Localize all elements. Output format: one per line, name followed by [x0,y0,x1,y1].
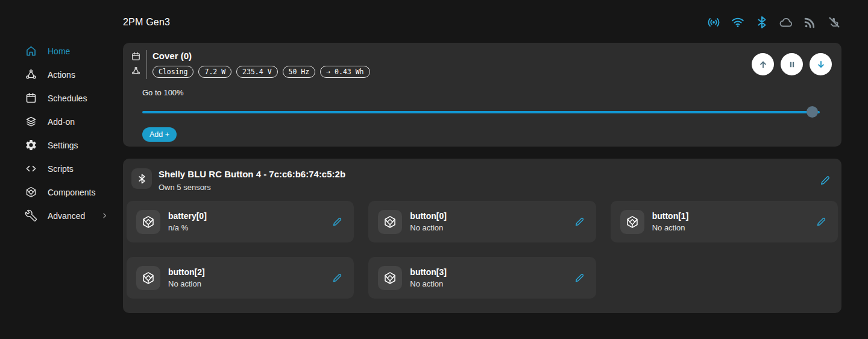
cover-title: Cover (0) [153,51,370,61]
chevron-right-icon [100,211,109,220]
position-slider[interactable] [142,106,820,118]
sensor-grid: battery[0] n/a % button[0] No action [127,201,838,299]
sidebar-item-schedules[interactable]: Schedules [24,86,123,110]
component-cube-icon [378,210,402,234]
divider [146,50,147,79]
cover-status-badges: Closing 7.2 W 235.4 V 50 Hz → 0.43 Wh [153,66,370,78]
component-cube-icon [136,210,160,234]
add-button[interactable]: Add + [142,127,177,142]
bluetooth-device-icon [131,168,152,189]
edit-sensor-pencil-icon[interactable] [331,215,344,229]
sensor-tile-button-1: button[1] No action [611,201,838,242]
stop-button[interactable] [781,53,803,75]
sensor-name: button[3] [410,267,447,277]
sensor-status: No action [168,279,205,288]
sidebar-item-label: Components [48,188,95,197]
goto-position-label: Go to 100% [142,88,832,97]
arrow-down-icon [815,59,827,71]
ble-device-card: Shelly BLU RC Button 4 - 7c:c6:b6:74:c5:… [123,159,841,313]
component-cube-icon [378,266,402,290]
sensor-status: No action [410,279,447,288]
sensor-tile-battery-0: battery[0] n/a % [127,201,354,242]
sensor-status: No action [652,223,689,232]
sidebar-item-settings[interactable]: Settings [24,133,123,157]
sidebar-item-label: Advanced [48,211,85,221]
pause-icon [786,59,798,71]
cover-controls [752,50,832,75]
wifi-icon [731,15,745,30]
access-point-icon [706,15,721,30]
arrow-up-icon [757,59,769,71]
bluetooth-icon [755,15,769,30]
cloud-icon [779,15,793,30]
sensor-tile-button-2: button[2] No action [127,257,354,299]
sidebar-item-label: Settings [48,141,78,150]
sidebar-item-scripts[interactable]: Scripts [24,157,123,180]
status-badge: Closing [153,66,193,78]
ble-device-title: Shelly BLU RC Button 4 - 7c:c6:b6:74:c5:… [159,169,345,179]
slider-track[interactable] [142,111,820,114]
sensor-name: button[0] [410,211,447,221]
sensor-name: button[1] [652,211,689,221]
touch-disabled-icon [827,15,841,30]
close-button[interactable] [810,53,832,75]
sensor-name: battery[0] [168,211,207,221]
sidebar-item-label: Home [48,46,70,56]
energy-badge: → 0.43 Wh [320,66,370,78]
sensor-name: button[2] [168,267,205,277]
app-root: Home Actions Schedules Add-on Settings [0,0,868,339]
sensor-status: No action [410,223,447,232]
schedule-shortcut-icon[interactable] [131,51,141,62]
cover-card: Cover (0) Closing 7.2 W 235.4 V 50 Hz → … [123,43,841,147]
open-button[interactable] [752,53,774,75]
edit-sensor-pencil-icon[interactable] [573,271,587,285]
sidebar-item-label: Schedules [48,93,87,103]
component-cube-icon [136,266,160,290]
code-icon [24,162,37,176]
actions-shortcut-icon[interactable] [131,66,141,76]
edit-sensor-pencil-icon[interactable] [815,215,828,229]
sidebar-item-home[interactable]: Home [24,39,123,63]
calendar-icon [24,92,37,105]
sidebar-item-label: Add-on [48,117,75,127]
sidebar-item-advanced[interactable]: Advanced [24,204,123,227]
sidebar: Home Actions Schedules Add-on Settings [0,0,123,339]
component-cube-icon [620,210,644,234]
components-cube-icon [24,186,37,199]
voltage-badge: 235.4 V [236,66,277,78]
gear-icon [24,139,37,152]
sidebar-item-label: Actions [48,70,75,80]
power-badge: 7.2 W [198,66,231,78]
sensor-tile-button-3: button[3] No action [368,257,596,299]
sidebar-item-addon[interactable]: Add-on [24,110,123,133]
page-header: 2PM Gen3 [123,0,841,43]
slider-thumb[interactable] [807,106,818,118]
home-icon [24,45,37,58]
layers-icon [24,115,37,128]
mqtt-rss-icon [803,15,817,30]
frequency-badge: 50 Hz [283,66,316,78]
edit-sensor-pencil-icon[interactable] [331,271,344,285]
sensor-status: n/a % [168,223,207,232]
edit-sensor-pencil-icon[interactable] [573,215,587,229]
status-icons [706,15,841,30]
edit-device-pencil-icon[interactable] [819,174,832,187]
sidebar-item-label: Scripts [48,164,74,174]
main-content: 2PM Gen3 [123,0,868,339]
cover-shortcut-icons [131,50,141,76]
sidebar-item-components[interactable]: Components [24,180,123,204]
ble-device-subtitle: Own 5 sensors [159,183,345,192]
wrench-icon [24,209,37,223]
sensor-tile-button-0: button[0] No action [368,201,596,242]
actions-icon [24,68,37,81]
sidebar-item-actions[interactable]: Actions [24,63,123,86]
page-title: 2PM Gen3 [123,17,170,28]
